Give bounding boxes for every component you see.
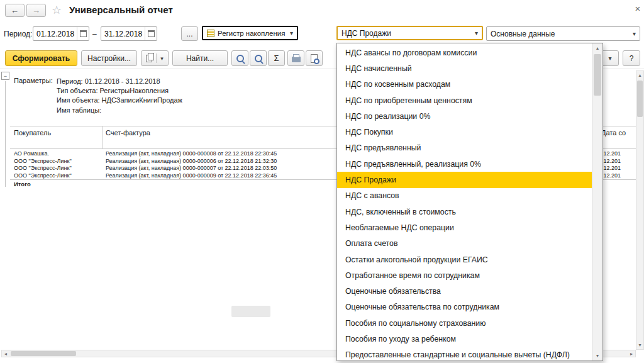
date-to-input[interactable]	[101, 30, 143, 38]
print-button[interactable]	[287, 50, 304, 66]
dropdown-item[interactable]: Пособия по социальному страхованию	[337, 315, 592, 331]
date-range-dash: –	[92, 30, 97, 38]
dropdown-item[interactable]: НДС авансы по договорам комиссии	[337, 45, 592, 60]
calendar-icon	[148, 30, 155, 37]
cell-date: 2.12.201	[599, 165, 635, 171]
forward-button[interactable]: →	[26, 4, 46, 17]
favorite-star-icon[interactable]: ☆	[52, 3, 62, 17]
cell-invoice: Реализация (акт, накладная) 0000-000007 …	[106, 165, 277, 171]
preview-icon	[311, 54, 318, 63]
object-type-value: Регистр накопления	[218, 30, 285, 37]
scroll-left-icon[interactable]: ◂	[2, 350, 9, 357]
dropdown-item[interactable]: Оценочные обязательства	[337, 283, 592, 299]
generate-button[interactable]: Сформировать	[5, 50, 77, 66]
close-icon[interactable]: ×	[631, 2, 644, 14]
dropdown-item[interactable]: Необлагаемые НДС операции	[337, 220, 592, 235]
preview-button[interactable]	[306, 50, 323, 66]
object-type-combo[interactable]: Регистр накопления ▾	[202, 26, 298, 40]
help-button[interactable]: ?	[623, 50, 640, 66]
forward-arrow-icon: →	[32, 6, 40, 15]
find-button[interactable]: Найти...	[172, 50, 228, 66]
sum-button[interactable]: Σ	[268, 50, 285, 66]
cell-invoice: Реализация (акт, накладная) 0000-000008 …	[106, 150, 277, 157]
table-name-combo[interactable]: Основные данные ▾	[486, 26, 640, 41]
dropdown-item[interactable]: Оценочные обязательства по сотрудникам	[337, 299, 592, 315]
scroll-up-icon[interactable]: ▴	[636, 71, 643, 79]
cell-invoice: Реализация (акт, накладная) 0000-000006 …	[106, 158, 277, 164]
cell-buyer: АО Ромашка.	[14, 150, 49, 157]
dropdown-item[interactable]: НДС с авансов	[337, 188, 592, 204]
cell-date: 2.12.201	[599, 172, 635, 179]
dropdown-item[interactable]: НДС предъявленный	[337, 140, 592, 156]
group-collapse-button[interactable]: −	[1, 72, 9, 80]
column-header-invoice[interactable]: Счет-фактура	[106, 129, 150, 137]
dropdown-item-list: НДС авансы по договорам комиссииНДС начи…	[337, 45, 592, 360]
page-title: Универсальный отчет	[69, 4, 173, 15]
dropdown-item[interactable]: НДС по косвенным расходам	[337, 77, 592, 92]
divider	[156, 53, 157, 63]
dropdown-scrollbar[interactable]: ▴ ▾	[592, 43, 602, 360]
cell-buyer: ООО "Экспресс-Линк"	[14, 158, 72, 164]
chevron-down-icon[interactable]: ▾	[160, 55, 164, 62]
date-from-field[interactable]	[33, 26, 89, 41]
chevron-down-icon[interactable]: ▾	[471, 30, 482, 36]
find-previous-button[interactable]	[231, 50, 248, 66]
report-parameter-line: Имя таблицы:	[57, 106, 182, 115]
dropdown-item[interactable]: НДС Покупки	[337, 124, 592, 140]
calendar-icon	[80, 30, 87, 37]
cell-date: 2.12.201	[599, 150, 635, 157]
chevron-down-icon: ▾	[608, 55, 611, 62]
back-arrow-icon: ←	[11, 6, 19, 15]
dropdown-item[interactable]: Оплата счетов	[337, 236, 592, 252]
cell-buyer: ООО "Экспресс-Линк"	[14, 172, 72, 179]
vertical-scroll-thumb[interactable]	[637, 81, 643, 117]
dropdown-item[interactable]: НДС по реализации 0%	[337, 108, 592, 124]
copy-split-button[interactable]: ▾	[141, 50, 169, 66]
column-divider	[103, 126, 103, 148]
params-label: Параметры:	[14, 77, 53, 84]
dropdown-item[interactable]: Отработанное время по сотрудникам	[337, 267, 592, 283]
vertical-scrollbar[interactable]: ▴ ▾	[636, 70, 644, 350]
report-placeholder	[231, 306, 270, 317]
scroll-up-icon[interactable]: ▴	[592, 43, 602, 53]
settings-button[interactable]: Настройки...	[81, 50, 137, 66]
dropdown-item[interactable]: НДС Продажи	[337, 172, 592, 187]
dropdown-scroll-thumb[interactable]	[594, 54, 601, 96]
dropdown-item[interactable]: НДС, включенный в стоимость	[337, 204, 592, 220]
dropdown-item[interactable]: Остатки алкогольной продукции ЕГАИС	[337, 252, 592, 267]
scroll-down-icon[interactable]: ▾	[592, 351, 602, 360]
chevron-down-icon[interactable]: ▾	[286, 30, 297, 36]
register-icon	[207, 30, 214, 37]
dropdown-item[interactable]: Предоставленные стандартные и социальные…	[337, 347, 592, 360]
more-actions-button[interactable]: ▾	[601, 50, 619, 66]
group-bracket	[5, 81, 6, 187]
cell-buyer: ООО "Экспресс-Линк"	[14, 165, 72, 171]
column-header-buyer[interactable]: Покупатель	[14, 129, 51, 137]
dropdown-item[interactable]: НДС по приобретенным ценностям	[337, 92, 592, 108]
column-header-date[interactable]: Дата со	[601, 129, 626, 137]
find-next-button[interactable]	[250, 50, 267, 66]
find-previous-icon	[236, 55, 244, 62]
horizontal-scroll-thumb[interactable]	[11, 351, 76, 356]
scroll-right-icon[interactable]: ▸	[628, 350, 635, 357]
dropdown-item[interactable]: НДС предъявленный, реализация 0%	[337, 156, 592, 172]
chevron-down-icon[interactable]: ▾	[629, 30, 640, 37]
total-label: Итого	[14, 181, 31, 187]
report-parameter-line: Тип объекта: РегистрыНакопления	[57, 86, 182, 96]
dropdown-item[interactable]: НДС начисленный	[337, 60, 592, 76]
cell-date: 2.12.201	[599, 158, 635, 164]
report-parameter-line: Период: 01.12.2018 - 31.12.2018	[57, 77, 182, 86]
date-from-input[interactable]	[33, 30, 75, 38]
params-lines: Период: 01.12.2018 - 31.12.2018Тип объек…	[57, 77, 182, 115]
calendar-button[interactable]	[77, 27, 89, 40]
scroll-down-icon[interactable]: ▾	[636, 341, 643, 349]
period-label: Период:	[4, 30, 32, 38]
printer-icon	[292, 57, 301, 62]
dropdown-item[interactable]: Пособия по уходу за ребенком	[337, 331, 592, 347]
back-button[interactable]: ←	[5, 4, 25, 17]
date-to-field[interactable]	[101, 26, 157, 41]
report-parameter-line: Имя объекта: НДСЗаписиКнигиПродаж	[57, 96, 182, 105]
period-options-button[interactable]: ...	[181, 26, 198, 41]
calendar-button[interactable]	[145, 27, 157, 40]
object-name-combo[interactable]: НДС Продажи ▾	[336, 26, 483, 40]
